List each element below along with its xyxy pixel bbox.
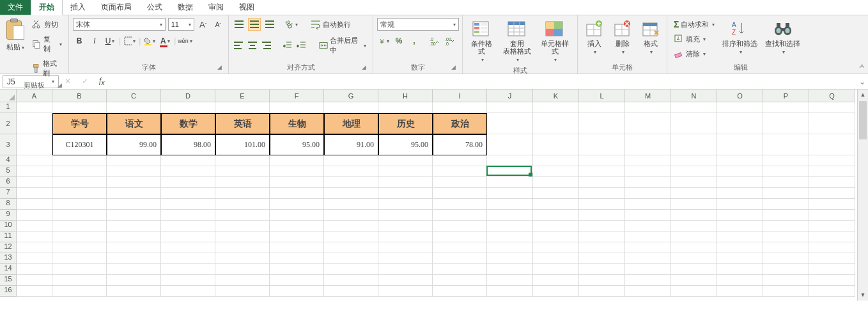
row-header[interactable]: 8 xyxy=(0,199,17,210)
table-cell[interactable]: 91.00 xyxy=(324,134,378,155)
cell[interactable] xyxy=(487,210,533,221)
cell[interactable] xyxy=(487,113,533,134)
align-left-button[interactable] xyxy=(233,39,244,52)
cell[interactable] xyxy=(107,166,161,177)
scroll-down-button[interactable]: ▼ xyxy=(858,290,868,301)
cell[interactable] xyxy=(763,242,809,253)
cell[interactable] xyxy=(161,286,215,297)
cell[interactable] xyxy=(671,199,717,210)
cell[interactable] xyxy=(215,275,270,286)
cell[interactable] xyxy=(625,113,671,134)
cell[interactable] xyxy=(671,221,717,231)
cell[interactable] xyxy=(533,102,579,113)
cell[interactable] xyxy=(17,102,52,113)
cell[interactable] xyxy=(763,199,809,210)
column-header[interactable]: H xyxy=(378,90,433,102)
cell[interactable] xyxy=(487,275,533,286)
cell[interactable] xyxy=(763,113,809,134)
cell[interactable] xyxy=(717,177,763,188)
cell[interactable] xyxy=(809,286,855,297)
cell[interactable] xyxy=(433,253,487,264)
cell[interactable] xyxy=(270,221,324,231)
cell[interactable] xyxy=(809,199,855,210)
table-header-cell[interactable]: 地理 xyxy=(324,113,378,134)
cell[interactable] xyxy=(717,155,763,166)
column-header[interactable]: B xyxy=(52,90,107,102)
cell[interactable] xyxy=(433,166,487,177)
cell[interactable] xyxy=(533,253,579,264)
cell[interactable] xyxy=(487,286,533,297)
row-header[interactable]: 16 xyxy=(0,286,17,297)
cell[interactable] xyxy=(270,166,324,177)
align-middle-button[interactable] xyxy=(248,18,261,31)
tab-view[interactable]: 视图 xyxy=(231,0,262,15)
table-header-cell[interactable]: 英语 xyxy=(215,113,270,134)
column-header[interactable]: G xyxy=(324,90,378,102)
italic-button[interactable]: I xyxy=(88,35,101,47)
align-right-button[interactable] xyxy=(261,39,272,52)
tab-home[interactable]: 开始 xyxy=(31,0,63,15)
autosum-button[interactable]: Σ自动求和▾ xyxy=(671,18,717,31)
cell[interactable] xyxy=(433,199,487,210)
select-all-corner[interactable] xyxy=(0,90,17,102)
cell[interactable] xyxy=(324,102,378,113)
row-header[interactable]: 13 xyxy=(0,253,17,264)
cell[interactable] xyxy=(433,210,487,221)
cell[interactable] xyxy=(17,275,52,286)
cell[interactable] xyxy=(579,102,625,113)
cell[interactable] xyxy=(433,264,487,275)
cell[interactable] xyxy=(625,253,671,264)
cell[interactable] xyxy=(671,177,717,188)
cell[interactable] xyxy=(378,155,433,166)
cell[interactable] xyxy=(487,188,533,199)
table-cell[interactable]: 95.00 xyxy=(270,134,324,155)
table-cell[interactable]: 101.00 xyxy=(215,134,270,155)
cell[interactable] xyxy=(107,275,161,286)
cell[interactable] xyxy=(52,231,107,242)
cell[interactable] xyxy=(17,210,52,221)
cell[interactable] xyxy=(717,221,763,231)
cell[interactable] xyxy=(161,231,215,242)
cell[interactable] xyxy=(809,166,855,177)
cell[interactable] xyxy=(487,199,533,210)
cell[interactable] xyxy=(671,166,717,177)
comma-button[interactable]: , xyxy=(408,35,421,47)
cell[interactable] xyxy=(378,264,433,275)
cell[interactable] xyxy=(533,155,579,166)
decrease-decimal-button[interactable]: .00.0 xyxy=(444,35,456,47)
cell[interactable] xyxy=(52,102,107,113)
fx-button[interactable]: fx xyxy=(99,76,104,86)
cell[interactable] xyxy=(717,199,763,210)
cell[interactable] xyxy=(763,264,809,275)
orientation-button[interactable]: ab▾ xyxy=(285,18,298,31)
cell[interactable] xyxy=(215,102,270,113)
table-cell[interactable]: 99.00 xyxy=(107,134,161,155)
cell[interactable] xyxy=(324,188,378,199)
cell[interactable] xyxy=(533,264,579,275)
row-header[interactable]: 4 xyxy=(0,155,17,166)
row-header[interactable]: 2 xyxy=(0,113,17,134)
cancel-formula-button[interactable]: ✕ xyxy=(65,77,71,86)
cell[interactable] xyxy=(324,253,378,264)
row-header[interactable]: 6 xyxy=(0,177,17,188)
cell[interactable] xyxy=(671,134,717,155)
cell[interactable] xyxy=(270,155,324,166)
align-top-button[interactable] xyxy=(233,18,245,31)
cell[interactable] xyxy=(324,242,378,253)
decrease-indent-button[interactable] xyxy=(281,39,293,52)
cell[interactable] xyxy=(579,134,625,155)
cell[interactable] xyxy=(378,242,433,253)
cell[interactable] xyxy=(533,242,579,253)
cell[interactable] xyxy=(270,275,324,286)
font-color-button[interactable]: A▾ xyxy=(159,35,171,47)
cell[interactable] xyxy=(270,199,324,210)
expand-formula-bar-button[interactable]: ⌄ xyxy=(856,77,868,86)
table-format-button[interactable]: 套用 表格格式▾ xyxy=(500,18,534,65)
cell[interactable] xyxy=(270,177,324,188)
cell[interactable] xyxy=(579,264,625,275)
cell[interactable] xyxy=(717,231,763,242)
cell[interactable] xyxy=(717,210,763,221)
cell[interactable] xyxy=(533,113,579,134)
cell[interactable] xyxy=(107,286,161,297)
cell[interactable] xyxy=(270,188,324,199)
